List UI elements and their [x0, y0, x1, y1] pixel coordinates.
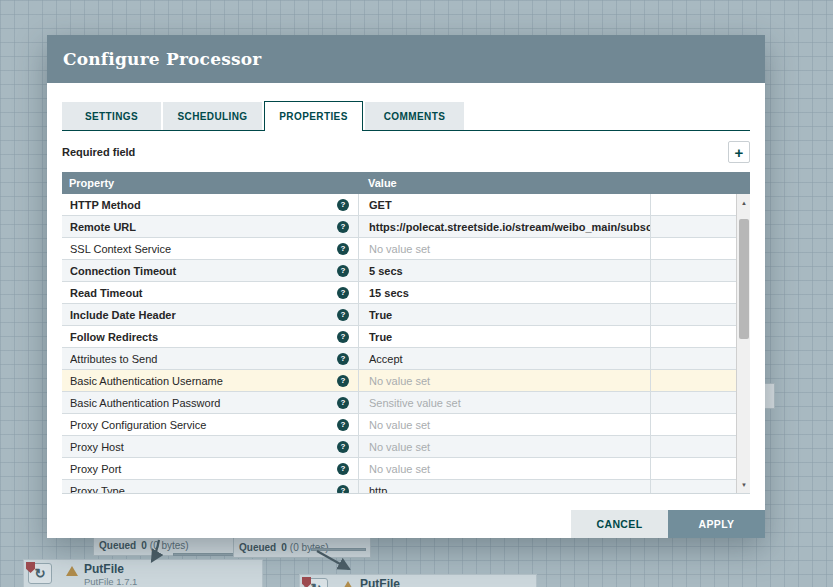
help-icon[interactable]: ?: [337, 485, 349, 495]
property-name: HTTP Method: [70, 199, 337, 211]
table-row[interactable]: Proxy Configuration Service ? No value s…: [62, 414, 736, 436]
row-filler-cell: [650, 458, 736, 479]
tab-label: COMMENTS: [384, 111, 446, 122]
value-cell[interactable]: https://polecat.streetside.io/stream/wei…: [358, 216, 650, 237]
property-cell: Connection Timeout ?: [62, 260, 358, 281]
table-row[interactable]: Read Timeout ? 15 secs: [62, 282, 736, 304]
value-cell[interactable]: No value set: [358, 370, 650, 391]
property-name: Proxy Host: [70, 441, 337, 453]
value-cell[interactable]: GET: [358, 194, 650, 215]
configure-processor-dialog: Configure Processor SETTINGS SCHEDULING …: [47, 35, 765, 538]
property-cell: Attributes to Send ?: [62, 348, 358, 369]
row-filler-cell: [650, 348, 736, 369]
value-cell[interactable]: 15 secs: [358, 282, 650, 303]
help-icon[interactable]: ?: [337, 397, 349, 409]
column-header-value: Value: [358, 177, 650, 189]
canvas-component-partial: [765, 383, 775, 409]
property-cell: Basic Authentication Password ?: [62, 392, 358, 413]
warning-icon: [342, 581, 354, 587]
value-cell[interactable]: Sensitive value set: [358, 392, 650, 413]
processor-putfile: ↻ PutFile: [299, 574, 537, 587]
value-cell[interactable]: Accept: [358, 348, 650, 369]
add-property-button[interactable]: +: [728, 141, 750, 163]
properties-table: Property Value HTTP Method ? GET Remote …: [62, 172, 750, 494]
plus-icon: +: [735, 145, 744, 160]
tab-label: SETTINGS: [85, 111, 138, 122]
property-name: Proxy Port: [70, 463, 337, 475]
row-filler-cell: [650, 436, 736, 457]
table-header: Property Value: [62, 172, 750, 194]
help-icon[interactable]: ?: [337, 287, 349, 299]
row-filler-cell: [650, 194, 736, 215]
table-row[interactable]: Proxy Host ? No value set: [62, 436, 736, 458]
help-icon[interactable]: ?: [337, 419, 349, 431]
apply-button[interactable]: APPLY: [668, 510, 765, 538]
table-row[interactable]: Proxy Port ? No value set: [62, 458, 736, 480]
help-icon[interactable]: ?: [337, 441, 349, 453]
value-cell[interactable]: No value set: [358, 238, 650, 259]
property-cell: SSL Context Service ?: [62, 238, 358, 259]
table-row[interactable]: Attributes to Send ? Accept: [62, 348, 736, 370]
processor-putfile: ↻ PutFile PutFile 1.7.1: [23, 559, 263, 587]
property-cell: Read Timeout ?: [62, 282, 358, 303]
value-cell[interactable]: True: [358, 326, 650, 347]
tab-label: SCHEDULING: [177, 111, 247, 122]
tab-label: PROPERTIES: [279, 111, 347, 122]
property-name: Proxy Type: [70, 485, 337, 495]
table-row[interactable]: Follow Redirects ? True: [62, 326, 736, 348]
cancel-button[interactable]: CANCEL: [571, 510, 668, 538]
column-header-property: Property: [62, 177, 358, 189]
table-row[interactable]: Basic Authentication Password ? Sensitiv…: [62, 392, 736, 414]
table-row[interactable]: Include Date Header ? True: [62, 304, 736, 326]
property-cell: Follow Redirects ?: [62, 326, 358, 347]
help-icon[interactable]: ?: [337, 309, 349, 321]
row-filler-cell: [650, 304, 736, 325]
table-row[interactable]: Proxy Type ? http: [62, 480, 736, 494]
table-row[interactable]: Basic Authentication Username ? No value…: [62, 370, 736, 392]
value-cell[interactable]: http: [358, 480, 650, 494]
tab-comments[interactable]: COMMENTS: [365, 102, 464, 130]
scroll-up-icon[interactable]: ▲: [737, 196, 750, 210]
dialog-title: Configure Processor: [63, 49, 261, 69]
table-scrollbar[interactable]: ▲ ▼: [736, 194, 750, 494]
help-icon[interactable]: ?: [337, 265, 349, 277]
value-cell[interactable]: 5 secs: [358, 260, 650, 281]
help-icon[interactable]: ?: [337, 331, 349, 343]
processor-icon: ↻: [304, 578, 328, 587]
tab-scheduling[interactable]: SCHEDULING: [163, 102, 262, 130]
property-name: SSL Context Service: [70, 243, 337, 255]
help-icon[interactable]: ?: [337, 375, 349, 387]
help-icon[interactable]: ?: [337, 199, 349, 211]
table-row[interactable]: Connection Timeout ? 5 secs: [62, 260, 736, 282]
row-filler-cell: [650, 392, 736, 413]
dialog-buttons: CANCEL APPLY: [571, 510, 765, 538]
scrollbar-thumb[interactable]: [739, 219, 749, 339]
property-cell: Basic Authentication Username ?: [62, 370, 358, 391]
connection-percent-bar: [311, 548, 366, 551]
table-body-viewport: HTTP Method ? GET Remote URL ? https://p…: [62, 194, 750, 494]
property-cell: Proxy Configuration Service ?: [62, 414, 358, 435]
value-cell[interactable]: True: [358, 304, 650, 325]
tab-settings[interactable]: SETTINGS: [62, 102, 161, 130]
dialog-title-bar: Configure Processor: [47, 35, 765, 83]
value-cell[interactable]: No value set: [358, 436, 650, 457]
row-filler-cell: [650, 260, 736, 281]
help-icon[interactable]: ?: [337, 243, 349, 255]
scroll-down-icon[interactable]: ▼: [737, 478, 750, 492]
warning-icon: [66, 566, 78, 576]
value-cell[interactable]: No value set: [358, 458, 650, 479]
tabs: SETTINGS SCHEDULING PROPERTIES COMMENTS: [62, 101, 750, 131]
row-filler-cell: [650, 414, 736, 435]
table-row[interactable]: HTTP Method ? GET: [62, 194, 736, 216]
connection-queued-label: Queued 0 (0 bytes): [233, 536, 371, 558]
table-row[interactable]: SSL Context Service ? No value set: [62, 238, 736, 260]
property-name: Basic Authentication Username: [70, 375, 337, 387]
help-icon[interactable]: ?: [337, 221, 349, 233]
property-cell: Remote URL ?: [62, 216, 358, 237]
tab-properties[interactable]: PROPERTIES: [264, 101, 363, 131]
table-row[interactable]: Remote URL ? https://polecat.streetside.…: [62, 216, 736, 238]
help-icon[interactable]: ?: [337, 353, 349, 365]
properties-table-body: HTTP Method ? GET Remote URL ? https://p…: [62, 194, 736, 494]
value-cell[interactable]: No value set: [358, 414, 650, 435]
help-icon[interactable]: ?: [337, 463, 349, 475]
